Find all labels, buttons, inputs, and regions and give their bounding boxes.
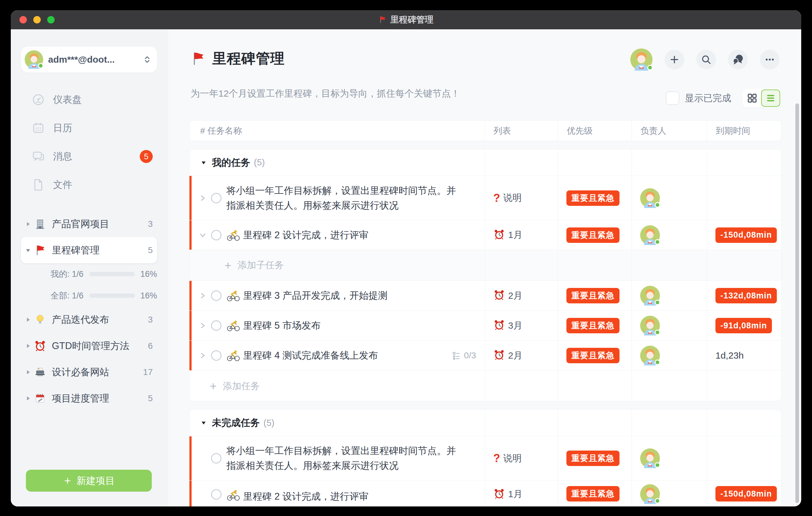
group-header[interactable]: 未完成任务 (5) xyxy=(190,409,781,436)
task-title[interactable]: 里程碑 4 测试完成准备线上发布 xyxy=(243,348,378,363)
sidebar-item-files[interactable]: 文件 xyxy=(21,171,157,199)
task-title[interactable]: 里程碑 5 市场发布 xyxy=(243,318,321,333)
online-status-dot xyxy=(655,300,660,305)
task-title[interactable]: 里程碑 2 设计完成，进行评审 xyxy=(243,228,368,242)
list-name[interactable]: 2月 xyxy=(508,289,523,302)
caret-down-icon[interactable] xyxy=(23,247,33,254)
messages-button[interactable] xyxy=(728,50,748,69)
add-task-row[interactable]: + 添加任务 xyxy=(190,370,781,401)
traffic-lights xyxy=(20,10,55,29)
assignee-avatar[interactable] xyxy=(640,225,660,245)
task-checkbox[interactable] xyxy=(211,350,222,361)
caret-right-icon[interactable] xyxy=(23,316,33,323)
expand-chevron-icon[interactable] xyxy=(199,194,207,202)
minimize-window-button[interactable] xyxy=(33,16,41,24)
online-status-dot xyxy=(655,239,660,245)
task-checkbox[interactable] xyxy=(211,453,222,463)
add-button[interactable] xyxy=(665,50,684,69)
task-checkbox[interactable] xyxy=(211,230,222,240)
task-row[interactable]: 将小组一年工作目标拆解，设置出里程碑时间节点。并指派相关责任人。用标签来展示进行… xyxy=(190,436,781,480)
assignee-avatar[interactable] xyxy=(640,316,660,336)
account-switcher[interactable]: adm***@doot... xyxy=(21,47,157,73)
list-name[interactable]: 2月 xyxy=(508,349,523,362)
task-row[interactable]: 里程碑 5 市场发布 3月 重要且紧急 -91d,08min xyxy=(190,311,781,340)
project-item-iteration[interactable]: 产品迭代发布 3 xyxy=(21,307,157,333)
sidebar-item-calendar[interactable]: 日历 xyxy=(21,114,157,142)
plus-icon xyxy=(669,54,680,65)
printer-icon xyxy=(33,366,47,378)
task-group-unfinished: 未完成任务 (5) 将小组一年工作目标拆解，设置出里程碑时间节点。并指派相关责任… xyxy=(189,409,781,507)
assignee-avatar[interactable] xyxy=(640,346,660,365)
add-subtask-row[interactable]: + 添加子任务 xyxy=(190,250,781,281)
task-checkbox[interactable] xyxy=(211,320,222,331)
project-item-website[interactable]: 产品官网项目 3 xyxy=(21,211,157,237)
task-row[interactable]: 里程碑 2 设计完成，进行评审 1月 重要且紧急 -150d,08min xyxy=(190,220,781,250)
search-button[interactable] xyxy=(696,50,716,69)
caret-down-icon[interactable] xyxy=(200,159,207,166)
progress-percent: 16% xyxy=(140,269,157,279)
group-header[interactable]: 我的任务 (5) xyxy=(190,149,781,176)
calendar-icon xyxy=(31,121,45,135)
scrollbar[interactable] xyxy=(795,104,799,503)
board-view-button[interactable] xyxy=(743,90,761,107)
column-list[interactable]: 列表 xyxy=(485,121,558,141)
caret-down-icon[interactable] xyxy=(200,420,207,426)
list-name[interactable]: 1月 xyxy=(508,229,523,241)
assignee-avatar[interactable] xyxy=(640,286,660,306)
list-name[interactable]: 说明 xyxy=(503,192,522,204)
caret-right-icon[interactable] xyxy=(23,369,33,376)
add-subtask-label: 添加子任务 xyxy=(237,259,284,271)
project-label: 产品官网项目 xyxy=(52,218,109,231)
priority-badge[interactable]: 重要且紧急 xyxy=(567,227,619,243)
nav-label: 仪表盘 xyxy=(53,93,82,106)
list-view-button[interactable] xyxy=(761,89,780,107)
caret-right-icon[interactable] xyxy=(23,395,33,402)
list-name[interactable]: 1月 xyxy=(508,488,523,500)
assignee-avatar[interactable] xyxy=(640,484,660,504)
sidebar-item-dashboard[interactable]: 仪表盘 xyxy=(21,85,157,114)
priority-badge[interactable]: 重要且紧急 xyxy=(567,348,619,363)
assignee-avatar[interactable] xyxy=(640,449,660,468)
expand-chevron-icon[interactable] xyxy=(199,351,207,360)
project-item-design-sites[interactable]: 设计必备网站 17 xyxy=(21,359,157,385)
priority-badge[interactable]: 重要且紧急 xyxy=(567,288,619,304)
project-item-milestone[interactable]: 里程碑管理 5 xyxy=(21,237,157,263)
expand-chevron-icon[interactable] xyxy=(199,292,207,300)
close-window-button[interactable] xyxy=(20,16,27,24)
task-title[interactable]: 将小组一年工作目标拆解，设置出里程碑时间节点。并指派相关责任人。用标签来展示进行… xyxy=(227,443,464,473)
column-due[interactable]: 到期时间 xyxy=(707,121,781,141)
new-project-button[interactable]: 新建项目 xyxy=(26,470,152,492)
zoom-window-button[interactable] xyxy=(47,16,55,24)
user-avatar[interactable] xyxy=(630,49,652,71)
task-title[interactable]: 里程碑 3 产品开发完成，开始提测 xyxy=(243,288,387,303)
task-checkbox[interactable] xyxy=(211,290,222,301)
task-checkbox[interactable] xyxy=(211,489,222,500)
task-row[interactable]: 里程碑 2 设计完成，进行评审 1月 重要且紧急 -150d,08min xyxy=(190,480,781,507)
priority-badge[interactable]: 重要且紧急 xyxy=(567,451,619,466)
assignee-avatar[interactable] xyxy=(640,188,660,208)
task-row[interactable]: 将小组一年工作目标拆解，设置出里程碑时间节点。并指派相关责任人。用标签来展示进行… xyxy=(190,176,781,220)
priority-badge[interactable]: 重要且紧急 xyxy=(567,191,619,206)
task-checkbox[interactable] xyxy=(211,193,222,203)
column-priority[interactable]: 优先级 xyxy=(558,121,632,141)
more-button[interactable] xyxy=(760,50,780,69)
sidebar-item-messages[interactable]: 消息 5 xyxy=(21,142,157,171)
progress-label: 全部: 1/6 xyxy=(51,290,85,301)
column-assignee[interactable]: 负责人 xyxy=(632,121,707,141)
priority-badge[interactable]: 重要且紧急 xyxy=(567,486,619,501)
list-name[interactable]: 说明 xyxy=(503,452,522,465)
task-title[interactable]: 里程碑 2 设计完成，进行评审 xyxy=(243,489,368,504)
project-item-gtd[interactable]: GTD时间管理方法 6 xyxy=(21,333,157,359)
column-task-name[interactable]: # 任务名称 xyxy=(190,121,485,141)
priority-badge[interactable]: 重要且紧急 xyxy=(567,318,619,333)
task-title[interactable]: 将小组一年工作目标拆解，设置出里程碑时间节点。并指派相关责任人。用标签来展示进行… xyxy=(227,183,464,213)
task-row[interactable]: 里程碑 4 测试完成准备线上发布 0/3 2月 重要且紧急 1d,23h xyxy=(190,340,781,370)
expand-chevron-icon[interactable] xyxy=(199,322,207,329)
task-row[interactable]: 里程碑 3 产品开发完成，开始提测 2月 重要且紧急 -132d,08min xyxy=(190,281,781,311)
show-completed-checkbox[interactable] xyxy=(666,91,679,105)
list-name[interactable]: 3月 xyxy=(508,319,523,332)
caret-right-icon[interactable] xyxy=(23,343,33,349)
project-item-schedule[interactable]: 项目进度管理 5 xyxy=(21,385,157,411)
caret-right-icon[interactable] xyxy=(23,221,33,227)
collapse-chevron-icon[interactable] xyxy=(199,231,207,239)
